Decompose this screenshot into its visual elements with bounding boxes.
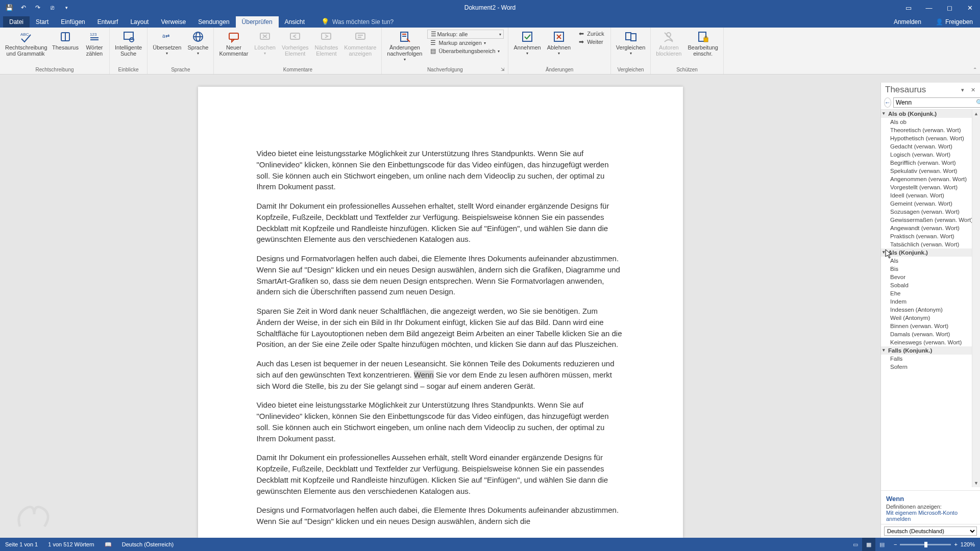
scroll-up-icon[interactable]: ▲ [972,110,980,118]
reviewing-pane-dropdown[interactable]: ▤ Überarbeitungsbereich ▾ [427,47,504,55]
previous-change-button[interactable]: ⬅ Zurück [576,30,606,38]
pane-close-icon[interactable]: ✕ [969,86,977,94]
thesaurus-search-input[interactable] [894,98,974,107]
thesaurus-category[interactable]: Als (Konjunk.) [881,248,972,257]
tab-design[interactable]: Entwurf [91,16,125,28]
show-markup-dropdown[interactable]: ☰ Markup anzeigen ▾ [427,39,504,47]
tab-layout[interactable]: Layout [124,16,155,28]
svg-rect-18 [356,33,365,39]
collapse-ribbon-icon[interactable]: ⌃ [973,67,977,72]
pane-back-button[interactable]: ← [884,97,891,108]
svg-rect-28 [626,33,631,40]
proofing-indicator[interactable]: 📖 [100,541,117,548]
thesaurus-item[interactable]: Begrifflich (verwan. Wort) [881,159,972,167]
read-mode-icon[interactable]: ▭ [849,538,862,551]
track-changes-button[interactable]: Änderungennachverfolgen ▾ [384,29,425,64]
minimize-icon[interactable]: — [919,0,939,15]
tab-start[interactable]: Start [30,16,55,28]
thesaurus-item[interactable]: Falls [881,355,972,363]
display-for-review-dropdown[interactable]: ☰Markup: alle ▾ [427,30,504,39]
ribbon-display-icon[interactable]: ▭ [898,0,919,15]
proof-icon: 📖 [105,541,112,548]
thesaurus-item[interactable]: Als ob [881,118,972,126]
thesaurus-item[interactable]: Ideell (verwan. Wort) [881,191,972,199]
next-change-button[interactable]: ➡ Weiter [576,38,606,46]
pane-options-icon[interactable]: ▾ [959,86,967,94]
new-comment-button[interactable]: NeuerKommentar [216,29,251,58]
web-layout-icon[interactable]: ▤ [875,538,889,551]
thesaurus-category[interactable]: Als ob (Konjunk.) [881,110,972,118]
close-icon[interactable]: ✕ [960,0,980,15]
language-select[interactable]: Deutsch (Deutschland) [884,527,977,536]
spelling-button[interactable]: ABC Rechtschreibungund Grammatik [2,29,49,58]
compare-button[interactable]: Vergleichen ▾ [613,29,649,58]
page-indicator[interactable]: Seite 1 von 1 [0,541,43,547]
search-icon[interactable]: 🔍 [974,98,980,107]
thesaurus-item[interactable]: Ehe [881,289,972,297]
word-count-indicator[interactable]: 1 von 512 Wörtern [43,541,100,547]
thesaurus-item[interactable]: Angenommen (verwan. Wort) [881,175,972,183]
thesaurus-item[interactable]: Spekulativ (verwan. Wort) [881,167,972,175]
pane-scrollbar[interactable]: ▲ ▼ [972,110,980,487]
zoom-out-button[interactable]: − [894,541,897,547]
thesaurus-item[interactable]: Bis [881,265,972,273]
thesaurus-item[interactable]: Angewandt (verwan. Wort) [881,224,972,232]
thesaurus-item[interactable]: Indessen (Antonym) [881,306,972,314]
thesaurus-item[interactable]: Damals (verwan. Wort) [881,330,972,338]
tell-me-search[interactable]: 💡 Was möchten Sie tun? [317,16,398,28]
tab-references[interactable]: Verweise [155,16,192,28]
document-page[interactable]: Video bietet eine leistungsstarke Möglic… [198,87,683,538]
redo-icon[interactable]: ↷ [33,3,43,13]
touch-mode-icon[interactable]: ⎚ [47,3,57,13]
thesaurus-item[interactable]: Sozusagen (verwan. Wort) [881,208,972,216]
language-button[interactable]: Sprache ▾ [184,29,211,58]
save-icon[interactable]: 💾 [4,3,14,13]
thesaurus-item[interactable]: Vorgestellt (verwan. Wort) [881,183,972,191]
sign-in-link[interactable]: Anmelden [887,16,928,28]
thesaurus-item[interactable]: Keineswegs (verwan. Wort) [881,338,972,346]
thesaurus-item[interactable]: Gedacht (verwan. Wort) [881,142,972,151]
translate-button[interactable]: a⇄ Übersetzen ▾ [150,29,184,58]
reject-button[interactable]: Ablehnen ▾ [544,29,574,58]
tab-review[interactable]: Überprüfen [236,16,279,28]
qat-customize-icon[interactable]: ▾ [61,3,71,13]
thesaurus-item[interactable]: Indem [881,297,972,306]
thesaurus-button[interactable]: Thesaurus [49,29,82,52]
thesaurus-item[interactable]: Als [881,257,972,265]
accept-button[interactable]: Annehmen ▾ [510,29,544,58]
zoom-slider[interactable] [900,544,951,545]
sign-in-link[interactable]: Mit eigenem Microsoft-Konto anmelden [886,510,958,522]
tab-view[interactable]: Ansicht [279,16,311,28]
share-button[interactable]: 👤 Freigeben [928,16,980,28]
group-proofing: ABC Rechtschreibungund Grammatik Thesaur… [0,28,110,74]
paragraph: Video bietet eine leistungsstarke Möglic… [257,399,624,444]
smart-lookup-button[interactable]: IntelligenteSuche [112,29,145,58]
tab-insert[interactable]: Einfügen [55,16,91,28]
tab-mailings[interactable]: Sendungen [192,16,235,28]
tab-file[interactable]: Datei [3,16,30,28]
translate-icon: a⇄ [161,31,173,43]
restrict-editing-button[interactable]: Bearbeitungeinschr. [684,29,721,58]
undo-icon[interactable]: ↶ [18,3,29,13]
thesaurus-item[interactable]: Logisch (verwan. Wort) [881,151,972,159]
thesaurus-item[interactable]: Sofern [881,363,972,371]
zoom-in-button[interactable]: + [954,541,957,547]
thesaurus-item[interactable]: Hypothetisch (verwan. Wort) [881,134,972,142]
word-count-button[interactable]: 123 Wörterzählen [82,29,107,58]
maximize-icon[interactable]: ◻ [939,0,960,15]
thesaurus-item[interactable]: Bevor [881,273,972,281]
thesaurus-item[interactable]: Gemeint (verwan. Wort) [881,199,972,208]
pane-search-row: ← 🔍 [881,96,980,109]
thesaurus-item[interactable]: Binnen (verwan. Wort) [881,322,972,330]
thesaurus-item[interactable]: Theoretisch (verwan. Wort) [881,126,972,134]
thesaurus-item[interactable]: Praktisch (verwan. Wort) [881,232,972,240]
zoom-level[interactable]: 120% [961,541,975,547]
thesaurus-category[interactable]: Falls (Konjunk.) [881,346,972,355]
print-layout-icon[interactable]: ▦ [862,538,875,551]
language-indicator[interactable]: Deutsch (Österreich) [117,541,179,547]
thesaurus-item[interactable]: Gewissermaßen (verwan. Wort) [881,216,972,224]
scroll-down-icon[interactable]: ▼ [972,479,980,487]
thesaurus-item[interactable]: Sobald [881,281,972,289]
thesaurus-item[interactable]: Weil (Antonym) [881,314,972,322]
thesaurus-item[interactable]: Tatsächlich (verwan. Wort) [881,240,972,248]
